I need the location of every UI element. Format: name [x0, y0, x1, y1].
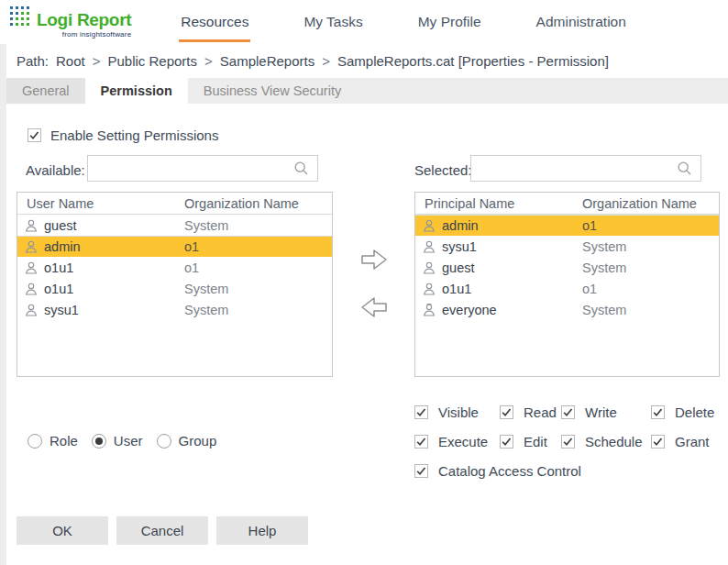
logo-subtitle: from insightsoftware	[62, 30, 132, 39]
read-label: Read	[524, 404, 557, 420]
organization-name: System	[582, 239, 719, 254]
write-checkbox[interactable]	[561, 405, 576, 420]
grant-checkbox[interactable]	[651, 435, 666, 449]
user-icon	[24, 218, 39, 233]
right-delete: Delete	[651, 404, 714, 420]
available-row[interactable]: admino1	[17, 236, 332, 257]
organization-name: System	[184, 282, 332, 296]
principal-type-radios: RoleUserGroup	[28, 433, 216, 449]
principal-name: admin	[442, 218, 582, 233]
principal-name: guest	[44, 218, 184, 233]
tab-business-view-security[interactable]: Business View Security	[188, 78, 357, 104]
edit-checkbox[interactable]	[500, 435, 514, 449]
breadcrumb-separator: >	[93, 53, 101, 69]
logo-dot-grid-icon	[9, 6, 32, 28]
cancel-button[interactable]: Cancel	[116, 516, 208, 545]
organization-name: System	[582, 303, 719, 317]
right-grant: Grant	[651, 434, 710, 449]
grant-label: Grant	[675, 434, 710, 449]
delete-checkbox[interactable]	[651, 405, 666, 420]
breadcrumb: Path:Root>Public Reports>SampleReports>S…	[17, 53, 609, 69]
column-header-user-name: User Name	[17, 196, 184, 211]
breadcrumb-label: Path:	[17, 53, 49, 69]
visible-checkbox[interactable]	[414, 405, 429, 420]
column-header-principal-name: Principal Name	[415, 196, 582, 211]
delete-label: Delete	[675, 404, 714, 420]
available-row[interactable]: guestSystem	[17, 215, 332, 236]
organization-name: o1	[184, 239, 332, 254]
organization-name: o1	[582, 282, 719, 296]
organization-name: o1	[184, 260, 332, 275]
role-label: Role	[50, 433, 78, 449]
user-icon	[24, 282, 39, 296]
available-row[interactable]: sysu1System	[17, 299, 332, 320]
enable-permissions-label: Enable Setting Permissions	[50, 127, 218, 143]
remove-arrow-button[interactable]	[359, 294, 389, 320]
tab-permission[interactable]: Permission	[85, 78, 188, 104]
nav-administration[interactable]: Administration	[535, 2, 628, 42]
catalog-access-control-label: Catalog Access Control	[438, 463, 581, 479]
principal-name: o1u1	[442, 282, 582, 296]
principal-type-group: Group	[157, 433, 217, 449]
everyone-icon	[422, 303, 436, 317]
group-label: Group	[179, 433, 217, 449]
selected-row[interactable]: admino1	[415, 215, 719, 236]
user-icon	[24, 303, 39, 317]
catalog-access-control-checkbox[interactable]	[414, 464, 429, 479]
tab-general[interactable]: General	[6, 78, 85, 104]
user-icon	[422, 260, 436, 275]
nav-my-profile[interactable]: My Profile	[416, 2, 483, 42]
user-icon	[422, 218, 436, 233]
breadcrumb-segment: SampleReports.cat [Properties - Permissi…	[337, 53, 609, 69]
search-icon[interactable]	[293, 161, 309, 176]
search-icon[interactable]	[677, 161, 692, 176]
organization-name: System	[582, 260, 719, 275]
properties-permission-page: Logi Report from insightsoftware Resourc…	[0, 0, 728, 565]
principal-name: o1u1	[44, 282, 184, 296]
right-execute: Execute	[414, 434, 488, 449]
nav-my-tasks[interactable]: My Tasks	[302, 2, 364, 42]
selected-search-input[interactable]	[471, 156, 677, 181]
execute-checkbox[interactable]	[414, 435, 429, 449]
organization-name: System	[184, 303, 332, 317]
principal-name: admin	[44, 239, 184, 254]
group-radio[interactable]	[157, 434, 171, 449]
organization-name: o1	[582, 218, 719, 233]
available-search-input[interactable]	[88, 156, 293, 181]
selected-label: Selected:	[414, 162, 472, 178]
breadcrumb-segment[interactable]: SampleReports	[220, 53, 314, 69]
selected-row[interactable]: everyoneSystem	[415, 299, 719, 320]
principal-name: guest	[442, 260, 582, 275]
principal-type-role: Role	[28, 433, 78, 449]
list-header: User NameOrganization Name	[17, 193, 332, 215]
user-radio[interactable]	[92, 434, 106, 449]
logi-report-logo: Logi Report from insightsoftware	[9, 6, 131, 39]
right-schedule: Schedule	[561, 434, 643, 449]
principal-name: sysu1	[44, 303, 184, 317]
selected-row[interactable]: sysu1System	[415, 236, 719, 257]
read-checkbox[interactable]	[500, 405, 514, 420]
schedule-checkbox[interactable]	[561, 435, 576, 449]
ok-button[interactable]: OK	[17, 516, 108, 545]
nav-resources[interactable]: Resources	[179, 2, 250, 42]
add-arrow-button[interactable]	[359, 247, 389, 272]
breadcrumb-segment[interactable]: Public Reports	[107, 53, 197, 69]
breadcrumb-separator: >	[204, 53, 213, 69]
role-radio[interactable]	[28, 434, 42, 449]
breadcrumb-segment[interactable]: Root	[56, 53, 85, 69]
user-icon	[422, 239, 436, 254]
selected-row[interactable]: o1u1o1	[415, 278, 719, 299]
action-buttons: OKCancelHelp	[17, 516, 308, 545]
edit-label: Edit	[524, 434, 547, 449]
user-icon	[422, 282, 436, 296]
enable-permissions-checkbox[interactable]	[28, 128, 42, 143]
selected-row[interactable]: guestSystem	[415, 257, 719, 278]
principal-type-user: User	[92, 433, 143, 449]
help-button[interactable]: Help	[216, 516, 308, 545]
available-row[interactable]: o1u1o1	[17, 257, 332, 278]
available-search-box	[87, 155, 318, 182]
breadcrumb-separator: >	[322, 53, 330, 69]
main-nav: ResourcesMy TasksMy ProfileAdministratio…	[179, 2, 628, 42]
user-icon	[24, 239, 39, 254]
available-row[interactable]: o1u1System	[17, 278, 332, 299]
